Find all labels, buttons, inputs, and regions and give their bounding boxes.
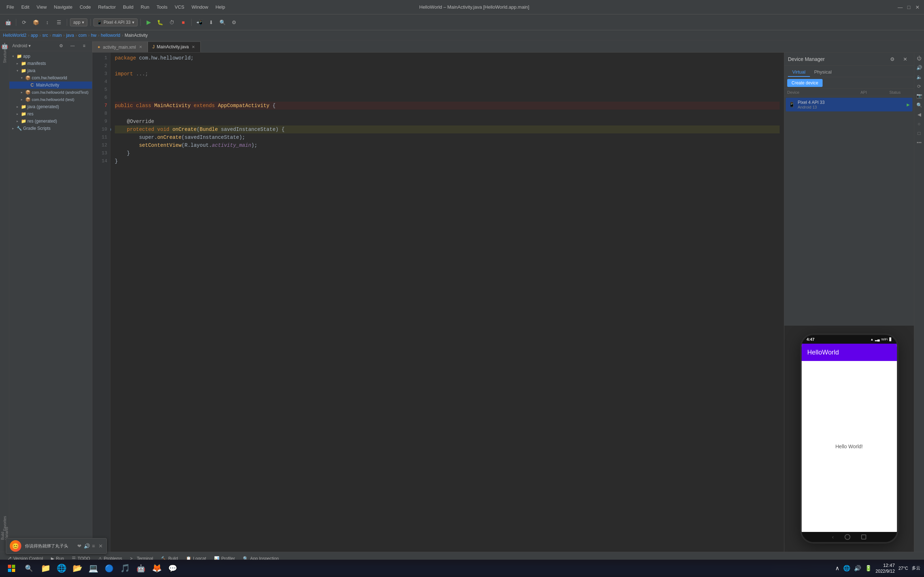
tree-com-hw-test[interactable]: ▸ 📦 com.hw.helloworld (test): [10, 96, 92, 103]
bc-helloworld[interactable]: helloworld: [101, 33, 120, 38]
tray-battery[interactable]: 🔋: [865, 565, 872, 572]
menu-refactor[interactable]: Refactor: [95, 3, 119, 11]
favorites-sidebar-btn[interactable]: Favorites: [1, 519, 9, 527]
settings-btn[interactable]: ☰: [54, 17, 64, 27]
device-manager-settings-btn[interactable]: ⚙: [887, 54, 897, 64]
bc-java[interactable]: java: [66, 33, 74, 38]
menu-tools[interactable]: Tools: [154, 3, 170, 11]
project-collapse-btn[interactable]: —: [68, 41, 78, 51]
minimize-button[interactable]: —: [897, 4, 903, 10]
code-content[interactable]: package com.hw.helloworld; import ...;: [110, 53, 784, 552]
emu-more-btn[interactable]: •••: [915, 139, 923, 147]
taskbar-music[interactable]: 🎵: [118, 561, 132, 575]
emu-volume-up-btn[interactable]: 🔊: [915, 63, 923, 71]
emu-recents-btn[interactable]: □: [915, 129, 923, 137]
tree-java[interactable]: ▾ 📁 java: [10, 67, 92, 74]
project-structure-btn[interactable]: 📦: [31, 17, 41, 27]
tab-physical[interactable]: Physical: [810, 68, 836, 77]
close-button[interactable]: ✕: [914, 4, 921, 10]
app-run-config[interactable]: app ▾: [70, 18, 87, 26]
taskbar-edge[interactable]: 🔵: [102, 561, 116, 575]
bc-main[interactable]: main: [52, 33, 62, 38]
emu-volume-down-btn[interactable]: 🔈: [915, 73, 923, 81]
notif-heart-btn[interactable]: ❤: [77, 543, 82, 549]
run-button[interactable]: ▶: [144, 17, 154, 27]
menu-run[interactable]: Run: [138, 3, 152, 11]
taskbar-files[interactable]: 📂: [70, 561, 84, 575]
start-button[interactable]: [3, 561, 19, 576]
tree-manifests[interactable]: ▸ 📁 manifests: [10, 60, 92, 67]
project-options-btn[interactable]: ≡: [79, 41, 89, 51]
tree-gradle-scripts[interactable]: ▸ 🔧 Gradle Scripts: [10, 125, 92, 132]
bc-com[interactable]: com: [78, 33, 87, 38]
bc-project[interactable]: HelloWorld2: [3, 33, 26, 38]
bc-src[interactable]: src: [42, 33, 48, 38]
project-settings-btn[interactable]: ⚙: [56, 41, 66, 51]
menu-file[interactable]: File: [3, 3, 17, 11]
project-header-title[interactable]: Android ▾: [12, 43, 55, 48]
tree-com-hw-androidtest[interactable]: ▸ 📦 com.hw.helloworld (androidTest): [10, 89, 92, 96]
maximize-button[interactable]: □: [906, 4, 912, 10]
menu-view[interactable]: View: [34, 3, 50, 11]
menu-navigate[interactable]: Navigate: [51, 3, 75, 11]
device-selector[interactable]: 📱 Pixel 4 API 33 ▾: [94, 18, 137, 26]
tab-close-java[interactable]: ✕: [191, 44, 196, 49]
tray-volume[interactable]: 🔊: [854, 565, 861, 572]
code-editor-area[interactable]: 1 2 3 4 5 6 7 8 9 10 11 12 13 14: [92, 53, 784, 552]
build-variants-btn[interactable]: Build Variants: [1, 529, 9, 537]
tree-res[interactable]: ▸ 📁 res: [10, 110, 92, 118]
emu-power-btn[interactable]: ⏻: [915, 54, 923, 62]
taskbar-whatsapp[interactable]: 💬: [165, 561, 180, 575]
notif-close-btn[interactable]: ✕: [99, 543, 103, 549]
create-device-btn[interactable]: Create device: [787, 79, 822, 87]
taskbar-firefox[interactable]: 🦊: [149, 561, 164, 575]
menu-vcs[interactable]: VCS: [172, 3, 187, 11]
bc-hw[interactable]: hw: [91, 33, 96, 38]
tab-virtual[interactable]: Virtual: [788, 68, 810, 77]
recents-btn[interactable]: [861, 534, 866, 540]
notif-menu-btn[interactable]: ≡: [92, 543, 95, 549]
debug-button[interactable]: 🐛: [155, 17, 165, 27]
back-btn[interactable]: ‹: [832, 534, 834, 540]
taskbar-browser[interactable]: 🌐: [54, 561, 69, 575]
stop-button[interactable]: ■: [178, 17, 188, 27]
emu-rotate-btn[interactable]: ⟳: [915, 82, 923, 90]
settings-main-btn[interactable]: ⚙: [229, 17, 239, 27]
menu-help[interactable]: Help: [213, 3, 228, 11]
tree-app[interactable]: ▾ 📁 app: [10, 53, 92, 60]
taskbar-computer[interactable]: 💻: [86, 561, 100, 575]
sync-btn[interactable]: ↕: [42, 17, 52, 27]
home-btn[interactable]: [845, 534, 850, 540]
emu-back-btn[interactable]: ◀: [915, 110, 923, 118]
taskbar-android-studio[interactable]: 🤖: [134, 561, 148, 575]
device-row-pixel4[interactable]: 📱 Pixel 4 API 33 Android 13 ▶: [786, 98, 913, 111]
structure-sidebar-btn[interactable]: Structure: [1, 52, 9, 60]
tab-mainactivity-java[interactable]: J MainActivity.java ✕: [148, 42, 200, 52]
tree-mainactivity[interactable]: C MainActivity: [10, 82, 92, 89]
notif-sound-btn[interactable]: 🔊: [84, 543, 90, 549]
avd-manager-btn[interactable]: 📲: [195, 17, 205, 27]
weather-temp[interactable]: 27°C: [898, 566, 908, 571]
tree-com-hw[interactable]: ▾ 📦 com.hw.helloworld: [10, 74, 92, 82]
tab-activity-main-xml[interactable]: ✦ activity_main.xml ✕: [92, 42, 148, 52]
tree-java-generated[interactable]: ▸ 📁 java (generated): [10, 103, 92, 110]
search-everywhere-btn[interactable]: 🔍: [218, 17, 228, 27]
tab-close-xml[interactable]: ✕: [138, 45, 143, 50]
sdk-manager-btn[interactable]: ⬇: [206, 17, 216, 27]
emu-screenshot-btn[interactable]: 📷: [915, 92, 923, 100]
tray-up-arrow[interactable]: ∧: [835, 565, 840, 572]
menu-build[interactable]: Build: [120, 3, 136, 11]
search-button[interactable]: 🔍: [21, 561, 37, 576]
code-editor[interactable]: 1 2 3 4 5 6 7 8 9 10 11 12 13 14: [92, 53, 784, 552]
menu-code[interactable]: Code: [77, 3, 94, 11]
menu-window[interactable]: Window: [189, 3, 211, 11]
bc-mainactivity[interactable]: MainActivity: [124, 33, 148, 38]
device-manager-close-btn[interactable]: ✕: [900, 54, 910, 64]
clock[interactable]: 12:47 2022/9/12: [876, 562, 895, 574]
profile-button[interactable]: ⏱: [167, 17, 177, 27]
emu-home-btn[interactable]: ○: [915, 120, 923, 128]
android-icon[interactable]: 🤖: [3, 17, 13, 27]
emu-zoom-btn[interactable]: 🔍: [915, 101, 923, 109]
taskbar-file-explorer[interactable]: 📁: [38, 561, 53, 575]
menu-edit[interactable]: Edit: [18, 3, 32, 11]
